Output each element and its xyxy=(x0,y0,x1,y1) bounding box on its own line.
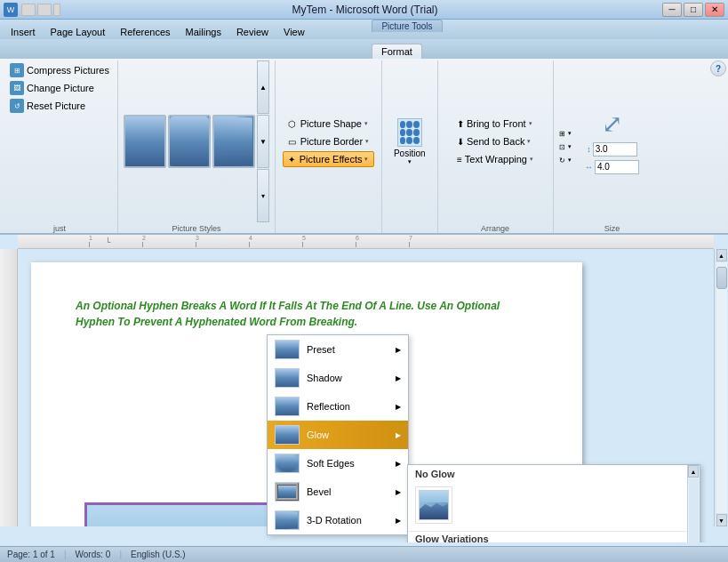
title-bar: W MyTem - Microsoft Word (Trial) ─ □ ✕ xyxy=(0,0,728,20)
glow-menu-icon xyxy=(275,425,300,445)
send-back-icon: ⬇ xyxy=(457,137,464,147)
glow-scroll-track[interactable] xyxy=(689,478,699,542)
style-thumb-1[interactable] xyxy=(124,115,166,168)
quick-access-dropdown[interactable] xyxy=(53,4,60,16)
align-rotate-group: ⊞ ▾ ⊡ ▾ ↻ ▾ xyxy=(554,60,577,233)
vertical-scrollbar[interactable]: ▲ ▼ xyxy=(714,249,728,526)
bring-front-arrow: ▾ xyxy=(529,120,532,127)
arrange-group: ⬆ Bring to Front ▾ ⬇ Send to Back ▾ ≡ Te… xyxy=(438,60,554,233)
glow-variations-label: Glow Variations xyxy=(408,531,700,542)
picture-effects-icon: ✦ xyxy=(288,155,295,165)
title-buttons: ─ □ ✕ xyxy=(662,3,724,17)
picture-styles-group: ▲ ▼ ▾ Picture Styles xyxy=(118,60,276,233)
ribbon-tabs-row: Format xyxy=(0,39,728,59)
rotate-arrow: ▾ xyxy=(568,157,572,164)
menu-item-preset[interactable]: Preset ▶ xyxy=(268,335,408,364)
text-wrap-arrow: ▾ xyxy=(530,156,533,163)
picture-styles-label: Picture Styles xyxy=(172,222,220,233)
bring-to-front-button[interactable]: ⬆ Bring to Front ▾ xyxy=(452,116,539,132)
size-group-label: Size xyxy=(604,222,620,233)
align-arrow: ▾ xyxy=(568,130,572,137)
tab-view[interactable]: View xyxy=(276,25,312,39)
help-button[interactable]: ? xyxy=(710,60,726,76)
tab-mailings[interactable]: Mailings xyxy=(179,25,228,39)
menu-item-3d-rotation[interactable]: 3-D Rotation ▶ xyxy=(268,506,408,534)
position-group: Position ▾ - xyxy=(382,60,438,233)
status-divider-2: | xyxy=(119,550,122,559)
status-bar: Page: 1 of 1 | Words: 0 | English (U.S.) xyxy=(0,546,728,562)
height-label: ↕ xyxy=(587,145,591,154)
work-area: 1 2 3 4 5 6 7 └ An Optional Hyph xyxy=(0,235,728,542)
styles-scroll xyxy=(124,115,255,168)
styles-expand-arrow[interactable]: ▾ xyxy=(257,169,269,222)
picture-shape-arrow: ▾ xyxy=(364,120,368,127)
maximize-button[interactable]: □ xyxy=(684,3,703,17)
shadow-icon xyxy=(275,368,300,388)
align-button[interactable]: ⊞ ▾ xyxy=(556,128,575,140)
picture-shape-button[interactable]: ⬡ Picture Shape ▾ xyxy=(283,116,374,132)
compress-pictures-icon: ⊞ xyxy=(10,63,24,77)
page-info: Page: 1 of 1 xyxy=(7,550,55,559)
preset-icon xyxy=(275,340,300,359)
glow-submenu-scrollbar[interactable]: ▲ ▼ xyxy=(687,465,700,542)
app-icon: W xyxy=(4,3,18,17)
soft-edges-icon xyxy=(275,454,300,473)
no-glow-thumb[interactable] xyxy=(415,486,452,524)
no-glow-image xyxy=(419,490,449,520)
reflection-icon xyxy=(275,397,300,416)
group-button[interactable]: ⊡ ▾ xyxy=(556,141,575,153)
menu-item-soft-edges[interactable]: Soft Edges ▶ xyxy=(268,449,408,478)
tab-review[interactable]: Review xyxy=(229,25,276,39)
scroll-down-button[interactable]: ▼ xyxy=(716,514,727,526)
text-wrap-icon: ≡ xyxy=(457,155,462,165)
menu-item-shadow[interactable]: Shadow ▶ xyxy=(268,364,408,392)
language-info: English (U.S.) xyxy=(131,550,186,559)
tab-references[interactable]: References xyxy=(113,25,177,39)
soft-edges-arrow: ▶ xyxy=(396,460,401,468)
width-input[interactable] xyxy=(595,160,639,174)
scroll-up-button[interactable]: ▲ xyxy=(716,249,727,261)
bring-front-icon: ⬆ xyxy=(457,119,464,129)
tab-insert[interactable]: Insert xyxy=(4,25,43,39)
send-to-back-button[interactable]: ⬇ Send to Back ▾ xyxy=(452,133,539,149)
height-input[interactable] xyxy=(593,142,637,157)
size-large-icon: ⤢ xyxy=(602,109,622,139)
group-arrow: ▾ xyxy=(568,143,572,150)
document-image[interactable] xyxy=(84,502,298,526)
reset-picture-button[interactable]: ↺ Reset Picture xyxy=(7,98,88,114)
ribbon-content: ⊞ Compress Pictures 🖼 Change Picture ↺ R… xyxy=(0,59,728,235)
adjust-group-label: just xyxy=(53,222,66,233)
close-button[interactable]: ✕ xyxy=(705,3,724,17)
picture-shape-icon: ⬡ xyxy=(288,119,296,129)
compress-pictures-button[interactable]: ⊞ Compress Pictures xyxy=(7,62,112,78)
tab-format[interactable]: Format xyxy=(372,44,422,59)
tab-page-layout[interactable]: Page Layout xyxy=(44,25,113,39)
scroll-track[interactable] xyxy=(716,262,727,513)
quick-access-save[interactable] xyxy=(21,4,36,16)
size-group: ⤢ ↕ ↔ Size xyxy=(577,60,648,233)
quick-access-undo[interactable] xyxy=(37,4,52,16)
style-thumb-3[interactable] xyxy=(212,115,255,168)
width-label: ↔ xyxy=(585,163,593,172)
menu-item-glow[interactable]: Glow ▶ xyxy=(268,421,408,449)
minimize-button[interactable]: ─ xyxy=(662,3,682,17)
style-thumb-2[interactable] xyxy=(168,115,211,168)
glow-scroll-up[interactable]: ▲ xyxy=(688,465,699,478)
no-glow-header: No Glow xyxy=(408,465,700,483)
text-wrapping-button[interactable]: ≡ Text Wrapping ▾ xyxy=(452,151,539,167)
document-text: An Optional Hyphen Breaks A Word If It F… xyxy=(76,298,538,330)
change-picture-button[interactable]: 🖼 Change Picture xyxy=(7,80,97,96)
rotate-button[interactable]: ↻ ▾ xyxy=(556,155,575,166)
position-button[interactable]: Position ▾ xyxy=(388,116,432,168)
picture-effects-menu: Preset ▶ Shadow ▶ Reflection ▶ Glow ▶ xyxy=(267,334,409,535)
styles-down-arrow[interactable]: ▼ xyxy=(257,115,269,168)
width-input-row: ↔ xyxy=(585,160,639,174)
no-glow-option[interactable] xyxy=(408,483,700,531)
picture-border-button[interactable]: ▭ Picture Border ▾ xyxy=(283,133,374,149)
picture-effects-button[interactable]: ✦ Picture Effects ▾ xyxy=(283,151,374,167)
menu-item-reflection[interactable]: Reflection ▶ xyxy=(268,392,408,421)
menu-item-bevel[interactable]: Bevel ▶ xyxy=(268,478,408,506)
styles-up-arrow[interactable]: ▲ xyxy=(257,60,269,114)
picture-border-icon: ▭ xyxy=(288,137,296,147)
scroll-thumb[interactable] xyxy=(716,267,727,289)
